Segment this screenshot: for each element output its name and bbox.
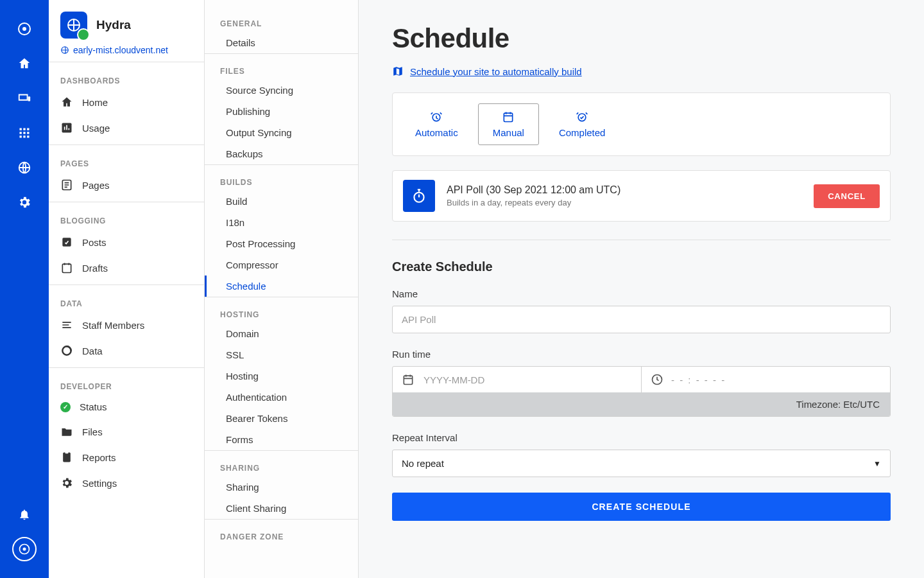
sidebar-item-label: Posts: [82, 237, 107, 248]
rail-home-icon[interactable]: [11, 50, 38, 77]
settings-group-files: FILES: [205, 53, 358, 80]
sidebar-item-pages[interactable]: Pages: [49, 172, 204, 198]
settings-item-authentication[interactable]: Authentication: [205, 387, 358, 408]
map-icon: [392, 66, 404, 77]
runtime-group: - - : - - - - Timezone: Etc/UTC: [392, 366, 891, 417]
sidebar-item-home[interactable]: Home: [49, 89, 204, 115]
tab-automatic[interactable]: Automatic: [400, 103, 473, 145]
settings-item-details[interactable]: Details: [205, 32, 358, 53]
rail-settings-icon[interactable]: [11, 189, 38, 216]
sidebar-item-drafts[interactable]: Drafts: [49, 255, 204, 281]
run-time-input[interactable]: - - : - - - -: [671, 374, 726, 385]
tab-manual[interactable]: Manual: [478, 103, 539, 145]
sidebar-item-files[interactable]: Files: [49, 419, 204, 444]
site-name: Hydra: [96, 18, 131, 32]
tab-label: Manual: [493, 127, 524, 138]
site-url[interactable]: early-mist.cloudvent.net: [60, 45, 193, 55]
settings-item-domain[interactable]: Domain: [205, 323, 358, 344]
settings-item-client-sharing[interactable]: Client Sharing: [205, 498, 358, 519]
rail-account-icon[interactable]: [11, 536, 38, 563]
svg-rect-23: [65, 451, 69, 453]
svg-rect-7: [23, 132, 25, 134]
sidebar-item-staff[interactable]: Staff Members: [49, 312, 204, 338]
settings-item-bearer-tokens[interactable]: Bearer Tokens: [205, 408, 358, 429]
svg-rect-2: [28, 96, 31, 101]
rail-notifications-icon[interactable]: [11, 501, 38, 528]
settings-group-hosting: HOSTING: [205, 297, 358, 323]
rail-apps-icon[interactable]: [11, 119, 38, 146]
runtime-label: Run time: [392, 349, 891, 360]
sidebar-item-reports[interactable]: Reports: [49, 444, 204, 470]
settings-item-ssl[interactable]: SSL: [205, 344, 358, 365]
sidebar-item-usage[interactable]: Usage: [49, 115, 204, 141]
svg-rect-19: [62, 238, 71, 246]
scheduled-build-row: API Poll (30 Sep 2021 12:00 am UTC) Buil…: [392, 170, 891, 222]
settings-item-forms[interactable]: Forms: [205, 429, 358, 450]
repeat-value: No repeat: [402, 458, 444, 469]
settings-item-schedule[interactable]: Schedule: [205, 276, 358, 297]
svg-rect-8: [27, 132, 29, 134]
svg-rect-9: [20, 136, 22, 137]
svg-point-27: [414, 193, 424, 202]
svg-rect-25: [504, 113, 513, 121]
tab-label: Automatic: [415, 127, 458, 138]
sidebar-item-label: Settings: [82, 478, 117, 489]
run-date-input[interactable]: [422, 374, 632, 386]
sidebar-item-label: Drafts: [82, 263, 108, 274]
org-logo-icon[interactable]: [11, 15, 38, 42]
rail-devices-icon[interactable]: [11, 85, 38, 112]
doc-link-row: Schedule your site to automatically buil…: [392, 66, 891, 77]
svg-rect-28: [404, 376, 412, 384]
cancel-schedule-button[interactable]: CANCEL: [814, 184, 880, 208]
settings-group-general: GENERAL: [205, 15, 358, 32]
name-label: Name: [392, 288, 891, 299]
settings-item-output-syncing[interactable]: Output Syncing: [205, 122, 358, 143]
sidebar-item-label: Staff Members: [82, 320, 144, 331]
settings-item-source-syncing[interactable]: Source Syncing: [205, 80, 358, 101]
svg-rect-4: [23, 128, 25, 130]
settings-group-sharing: SHARING: [205, 450, 358, 477]
alarm-check-icon: [576, 110, 588, 123]
divider: [392, 240, 891, 240]
scheduled-subtitle: Builds in a day, repeats every day: [447, 198, 802, 207]
rail-globe-icon[interactable]: [11, 154, 38, 181]
doc-link[interactable]: Schedule your site to automatically buil…: [410, 66, 582, 77]
svg-point-1: [22, 27, 26, 31]
repeat-label: Repeat Interval: [392, 432, 891, 443]
settings-group-builds: BUILDS: [205, 164, 358, 191]
clock-icon: [651, 373, 663, 386]
tab-completed[interactable]: Completed: [544, 103, 620, 145]
status-ok-icon: [60, 402, 71, 412]
settings-item-post-processing[interactable]: Post Processing: [205, 233, 358, 254]
sidebar-heading-developer: DEVELOPER: [49, 372, 204, 395]
chevron-down-icon: ▼: [873, 459, 881, 468]
timezone-label: Timezone: Etc/UTC: [393, 392, 890, 416]
stopwatch-icon: [403, 180, 435, 212]
settings-item-hosting[interactable]: Hosting: [205, 365, 358, 387]
sidebar-item-label: Data: [82, 346, 103, 356]
settings-item-backups[interactable]: Backups: [205, 143, 358, 164]
repeat-interval-select[interactable]: No repeat ▼: [392, 450, 891, 477]
settings-item-compressor[interactable]: Compressor: [205, 254, 358, 276]
settings-item-i18n[interactable]: I18n: [205, 212, 358, 233]
svg-rect-5: [27, 128, 29, 130]
settings-item-publishing[interactable]: Publishing: [205, 101, 358, 122]
sidebar-item-status[interactable]: Status: [49, 395, 204, 419]
sidebar-heading-pages: PAGES: [49, 149, 204, 172]
sidebar-item-settings[interactable]: Settings: [49, 470, 204, 496]
calendar-icon: [402, 373, 415, 386]
sidebar-item-label: Files: [82, 426, 103, 437]
sidebar-item-label: Status: [80, 401, 107, 412]
sidebar-item-data[interactable]: Data: [49, 338, 204, 363]
page-title: Schedule: [392, 23, 891, 54]
settings-item-build[interactable]: Build: [205, 191, 358, 212]
schedule-tabs: Automatic Manual Completed: [392, 92, 891, 156]
settings-item-sharing[interactable]: Sharing: [205, 477, 358, 498]
create-schedule-button[interactable]: CREATE SCHEDULE: [392, 493, 891, 521]
settings-nav: GENERAL Details FILES Source Syncing Pub…: [205, 0, 359, 578]
schedule-name-input[interactable]: [392, 306, 891, 333]
settings-group-danger: DANGER ZONE: [205, 519, 358, 545]
sidebar-heading-dashboards: DASHBOARDS: [49, 66, 204, 89]
sidebar-item-posts[interactable]: Posts: [49, 229, 204, 255]
site-url-link[interactable]: early-mist.cloudvent.net: [73, 45, 168, 55]
